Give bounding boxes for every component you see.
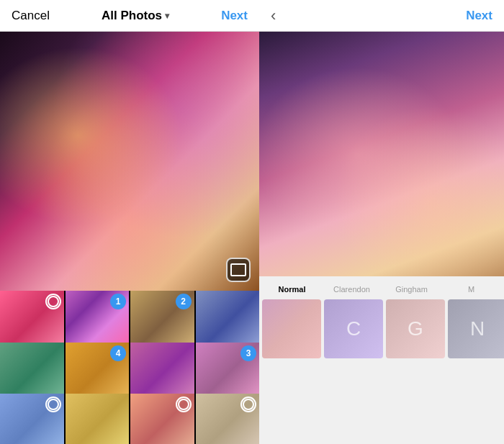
filter-normal-image <box>262 299 321 358</box>
filter-label-clarendon: Clarendon <box>322 285 382 299</box>
filter-gingham[interactable]: G <box>386 299 445 358</box>
filter-section: Normal Clarendon Gingham M C G N <box>259 276 504 444</box>
filter-moon[interactable]: N <box>448 299 504 358</box>
filter-labels-row: Normal Clarendon Gingham M <box>259 285 504 299</box>
filter-thumbnails-row: C G N <box>259 299 504 358</box>
filter-clarendon-letter: C <box>346 317 361 340</box>
filter-label-normal: Normal <box>262 285 322 299</box>
thumbnail-3-badge: 2 <box>176 294 192 309</box>
select-circle-1[interactable] <box>45 294 61 309</box>
thumbnail-10-image <box>66 394 130 444</box>
left-header: Cancel All Photos ▾ Next <box>0 0 259 32</box>
right-header: ‹ Next <box>259 0 504 32</box>
filter-gingham-letter: G <box>408 317 423 340</box>
thumbnail-6-badge: 4 <box>110 345 126 361</box>
right-panel: ‹ Next Normal Clarendon Gingham M C G <box>259 0 504 444</box>
select-multiple-button[interactable] <box>226 258 251 282</box>
filter-clarendon[interactable]: C <box>324 299 383 358</box>
main-photo-preview <box>0 32 259 291</box>
filter-label-moon: M <box>441 285 501 299</box>
filter-moon-letter: N <box>470 317 485 340</box>
thumbnail-12[interactable] <box>196 394 260 444</box>
main-photo-image <box>0 32 259 291</box>
filter-normal[interactable] <box>262 299 321 358</box>
thumbnail-10[interactable] <box>66 394 130 444</box>
cancel-button[interactable]: Cancel <box>12 9 50 23</box>
left-panel: Cancel All Photos ▾ Next 0:32 1 2 0:04 <box>0 0 259 444</box>
thumbnail-9[interactable] <box>0 394 64 444</box>
thumbnail-8-badge: 3 <box>240 345 256 361</box>
thumbnail-11[interactable] <box>130 394 194 444</box>
chevron-down-icon: ▾ <box>165 11 169 21</box>
album-title[interactable]: All Photos ▾ <box>102 9 169 23</box>
album-title-text: All Photos <box>102 9 162 23</box>
right-main-photo-preview <box>259 32 504 276</box>
back-button[interactable]: ‹ <box>271 8 276 24</box>
thumbnail-grid: 0:32 1 2 0:04 0:04 4 0:04 3 <box>0 291 259 444</box>
next-button-right[interactable]: Next <box>466 9 492 23</box>
next-button-left[interactable]: Next <box>221 9 248 23</box>
filter-label-gingham: Gingham <box>382 285 441 299</box>
thumbnail-2-badge: 1 <box>110 294 126 309</box>
right-main-photo-image <box>259 32 504 276</box>
select-circle-9[interactable] <box>45 397 61 412</box>
select-circle-11[interactable] <box>176 397 192 412</box>
